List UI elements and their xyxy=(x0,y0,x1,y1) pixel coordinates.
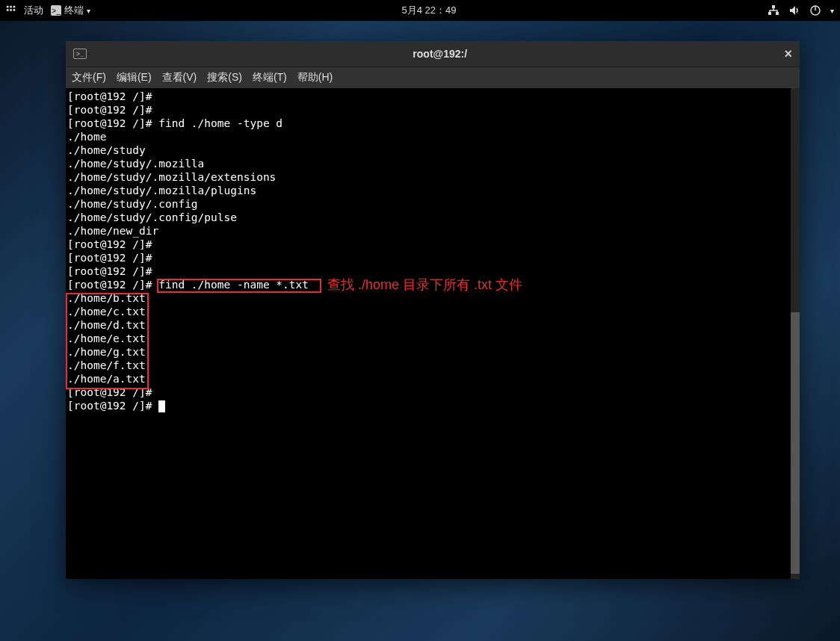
terminal-line: ./home/e.txt xyxy=(67,332,798,345)
svg-rect-3 xyxy=(7,9,9,11)
terminal-line: [root@192 /]# xyxy=(67,399,798,412)
svg-rect-6 xyxy=(772,5,775,8)
terminal-line: ./home/study xyxy=(67,143,798,157)
scrollbar[interactable] xyxy=(791,88,800,579)
network-icon[interactable] xyxy=(768,4,779,16)
terminal-line: ./home/study/.config xyxy=(67,197,798,211)
menu-search[interactable]: 搜索(S) xyxy=(207,71,242,84)
window-titlebar[interactable]: >_ root@192:/ × xyxy=(66,41,800,67)
terminal-line: ./home/g.txt xyxy=(67,345,798,359)
menu-terminal[interactable]: 终端(T) xyxy=(253,71,287,84)
power-icon[interactable] xyxy=(809,4,821,16)
desktop-topbar: 活动 >_ 终端 ▾ 5月4 22：49 ▾ xyxy=(0,0,840,21)
scrollbar-thumb[interactable] xyxy=(791,312,800,574)
system-tray[interactable]: ▾ xyxy=(768,4,834,16)
annotation-text: 查找 ./home 目录下所有 .txt 文件 xyxy=(327,278,522,291)
terminal-line: ./home/f.txt xyxy=(67,359,798,372)
svg-rect-4 xyxy=(10,9,12,11)
terminal-line: [root@192 /]# xyxy=(67,264,798,278)
terminal-line: [root@192 /]# xyxy=(67,90,798,103)
svg-rect-5 xyxy=(13,9,16,11)
terminal-content[interactable]: [root@192 /]# [root@192 /]# [root@192 /]… xyxy=(66,88,800,579)
terminal-icon: >_ xyxy=(51,5,61,16)
terminal-line: ./home xyxy=(67,130,798,143)
menu-file[interactable]: 文件(F) xyxy=(72,71,106,84)
terminal-line: [root@192 /]# xyxy=(67,238,798,251)
svg-rect-0 xyxy=(7,5,9,7)
volume-icon[interactable] xyxy=(788,4,800,16)
cursor xyxy=(158,400,165,412)
terminal-line: [root@192 /]# xyxy=(67,385,798,399)
terminal-line: ./home/a.txt xyxy=(67,372,798,385)
clock[interactable]: 5月4 22：49 xyxy=(402,4,457,17)
terminal-icon: >_ xyxy=(73,49,87,59)
terminal-line: [root@192 /]# xyxy=(67,103,798,117)
window-title: root@192:/ xyxy=(96,48,784,60)
terminal-line: [root@192 /]# xyxy=(67,251,798,264)
terminal-line: ./home/study/.mozilla/plugins xyxy=(67,184,798,197)
app-menu-label: 终端 xyxy=(64,4,84,17)
svg-rect-1 xyxy=(10,5,12,7)
app-menu[interactable]: >_ 终端 ▾ xyxy=(51,4,90,17)
terminal-line: ./home/c.txt xyxy=(67,305,798,318)
menubar: 文件(F) 编辑(E) 查看(V) 搜索(S) 终端(T) 帮助(H) xyxy=(66,67,800,88)
terminal-line: ./home/study/.mozilla xyxy=(67,157,798,170)
chevron-down-icon: ▾ xyxy=(830,7,834,15)
menu-view[interactable]: 查看(V) xyxy=(162,71,197,84)
close-button[interactable]: × xyxy=(784,46,792,62)
terminal-line: ./home/new_dir xyxy=(67,224,798,238)
menu-help[interactable]: 帮助(H) xyxy=(297,71,333,84)
activities-icon[interactable] xyxy=(6,4,16,17)
terminal-window: >_ root@192:/ × 文件(F) 编辑(E) 查看(V) 搜索(S) … xyxy=(66,41,800,579)
svg-rect-7 xyxy=(768,12,771,15)
svg-rect-8 xyxy=(776,12,779,15)
terminal-line: ./home/study/.mozilla/extensions xyxy=(67,170,798,184)
menu-edit[interactable]: 编辑(E) xyxy=(117,71,152,84)
chevron-down-icon: ▾ xyxy=(87,7,90,15)
terminal-line: ./home/study/.config/pulse xyxy=(67,211,798,224)
activities-label[interactable]: 活动 xyxy=(24,4,43,17)
svg-rect-2 xyxy=(13,5,16,7)
terminal-line: ./home/d.txt xyxy=(67,318,798,332)
terminal-line: ./home/b.txt xyxy=(67,291,798,305)
terminal-line: [root@192 /]# find ./home -type d xyxy=(67,117,798,130)
